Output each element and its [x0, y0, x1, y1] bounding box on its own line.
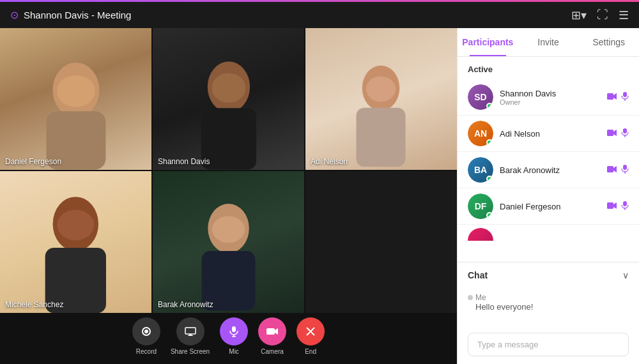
avatar-shannon: SD: [468, 84, 493, 110]
tab-participants[interactable]: Participants: [458, 28, 518, 56]
top-bar-left: ⊙ Shannon Davis - Meeting: [10, 9, 131, 21]
video-area: Daniel Fergeson Shannon Davis: [0, 28, 457, 364]
video-icon-barak: [607, 165, 617, 175]
svg-marker-32: [613, 130, 617, 136]
mic-button[interactable]: Mic: [220, 317, 248, 355]
video-tile-5: Barak Aronowitz: [153, 171, 304, 313]
layout-icon[interactable]: ⊞▾: [571, 8, 587, 22]
share-screen-label: Share Screen: [171, 348, 210, 355]
record-icon: [132, 317, 160, 345]
participant-controls-adi: [607, 128, 629, 140]
svg-rect-39: [607, 202, 613, 209]
svg-point-8: [366, 76, 396, 102]
avatar-barak: BA: [468, 157, 493, 183]
camera-label: Camera: [261, 348, 284, 355]
online-dot-barak: [486, 176, 493, 182]
participant-info-barak: Barak Aronowitz: [500, 165, 601, 175]
participant-info-daniel: Daniel Fergeson: [500, 202, 601, 211]
svg-rect-23: [266, 328, 275, 335]
svg-marker-28: [613, 93, 617, 100]
chat-chevron-icon: ∨: [622, 270, 629, 280]
meeting-icon: ⊙: [10, 9, 19, 21]
share-screen-button[interactable]: Share Screen: [171, 317, 210, 355]
participant-item-adi: AN Adi Nelson: [458, 116, 639, 152]
online-dot-adi: [486, 139, 493, 146]
svg-point-14: [212, 216, 245, 243]
mic-icon-daniel: [621, 201, 629, 213]
camera-button[interactable]: Camera: [258, 317, 286, 355]
svg-marker-40: [613, 202, 617, 209]
svg-point-2: [57, 75, 95, 107]
mic-label: Mic: [229, 348, 239, 355]
main-content: Daniel Fergeson Shannon Davis: [0, 28, 639, 364]
video-icon-shannon: [607, 92, 617, 102]
video-icon-adi: [607, 128, 617, 139]
svg-marker-36: [613, 166, 617, 172]
participant-controls-shannon: [607, 91, 629, 103]
video-tile-1: Daniel Fergeson: [0, 28, 151, 170]
tile-name-5: Barak Aronowitz: [158, 300, 213, 309]
participant-info-adi: Adi Nelson: [500, 129, 601, 139]
participant-name-barak: Barak Aronowitz: [500, 165, 601, 175]
participants-section: Active SD Shannon Davis Owner: [458, 57, 639, 262]
video-icon-daniel: [607, 201, 617, 211]
svg-rect-31: [607, 130, 613, 136]
controls-bar: Record Share Screen Mic Camera: [0, 313, 457, 364]
svg-rect-29: [623, 92, 627, 97]
participant-info-shannon: Shannon Davis Owner: [500, 89, 601, 106]
participant-item-daniel: DF Daniel Fergeson: [458, 188, 639, 225]
mic-icon-adi: [621, 128, 629, 140]
end-button[interactable]: End: [296, 317, 325, 355]
mic-icon-shannon: [621, 91, 629, 103]
svg-rect-33: [623, 128, 627, 133]
participant-controls-daniel: [607, 201, 629, 213]
tile-name-4: Michele Sanchez: [5, 300, 63, 309]
video-grid: Daniel Fergeson Shannon Davis: [0, 28, 457, 313]
svg-marker-24: [275, 328, 278, 335]
video-tile-6: [305, 171, 457, 313]
chat-header[interactable]: Chat ∨: [458, 262, 639, 288]
chat-message-1: Me Hello everyone!: [468, 293, 629, 312]
participant-name-adi: Adi Nelson: [500, 129, 601, 139]
mic-icon-barak: [621, 164, 629, 176]
sidebar: Participants Invite Settings Active SD: [457, 28, 639, 364]
chat-input[interactable]: [468, 333, 629, 356]
sender-dot: [468, 295, 473, 300]
svg-point-16: [144, 330, 148, 333]
online-dot-daniel: [486, 212, 493, 218]
avatar-adi: AN: [468, 121, 493, 146]
chat-sender-1: Me: [468, 293, 629, 302]
participant-item-shannon: SD Shannon Davis Owner: [458, 79, 639, 116]
svg-rect-27: [607, 93, 613, 100]
video-tile-3: Adi Nelson: [305, 28, 457, 170]
tab-settings[interactable]: Settings: [578, 28, 639, 56]
svg-rect-20: [232, 326, 236, 332]
online-dot-shannon: [486, 103, 493, 109]
top-bar-right: ⊞▾ ⛶ ☰: [571, 8, 629, 22]
record-button[interactable]: Record: [132, 317, 160, 355]
tile-name-2: Shannon Davis: [158, 157, 210, 166]
chat-input-area: [458, 326, 639, 364]
video-tile-2: Shannon Davis: [153, 28, 304, 170]
participant-name-daniel: Daniel Fergeson: [500, 202, 601, 211]
tab-invite[interactable]: Invite: [518, 28, 579, 56]
participant-item-partial: [458, 225, 639, 244]
end-label: End: [305, 348, 316, 355]
participant-role-shannon: Owner: [500, 98, 601, 106]
expand-icon[interactable]: ⛶: [597, 8, 608, 22]
more-icon[interactable]: ☰: [619, 8, 629, 22]
svg-rect-7: [357, 107, 406, 166]
end-icon: [296, 317, 325, 345]
chat-messages: Me Hello everyone!: [458, 288, 639, 326]
svg-rect-18: [189, 334, 192, 335]
svg-rect-17: [185, 328, 196, 334]
chat-title: Chat: [468, 270, 488, 280]
avatar-daniel: DF: [468, 193, 493, 219]
record-label: Record: [136, 348, 157, 355]
top-bar: ⊙ Shannon Davis - Meeting ⊞▾ ⛶ ☰: [0, 0, 639, 28]
camera-icon: [258, 317, 286, 345]
video-tile-4: Michele Sanchez: [0, 171, 151, 313]
svg-point-5: [212, 73, 245, 103]
tile-name-1: Daniel Fergeson: [5, 157, 61, 166]
tile-name-3: Adi Nelson: [311, 157, 348, 166]
